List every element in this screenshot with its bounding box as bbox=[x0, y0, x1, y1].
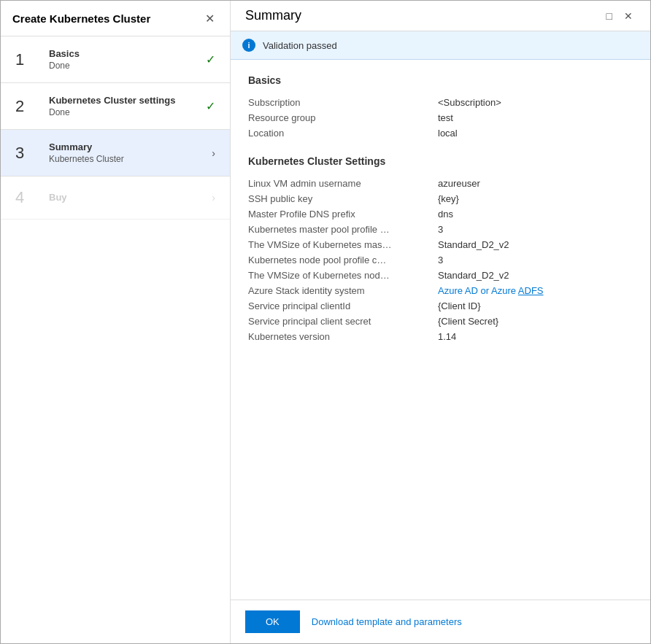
step-item-2[interactable]: 2 Kubernetes Cluster settings Done ✓ bbox=[1, 83, 230, 130]
validation-bar: i Validation passed bbox=[231, 31, 650, 60]
table-row: Kubernetes node pool profile c… 3 bbox=[248, 252, 633, 268]
row-label: Service principal clientId bbox=[248, 300, 438, 311]
info-icon: i bbox=[242, 39, 255, 52]
maximize-button[interactable]: □ bbox=[604, 9, 615, 23]
row-value: test bbox=[438, 112, 453, 123]
step-name-4: Buy bbox=[49, 192, 206, 203]
row-value: 3 bbox=[438, 224, 443, 235]
step-sub-2: Done bbox=[49, 107, 200, 117]
table-row: Location local bbox=[248, 125, 633, 141]
row-value: {Client ID} bbox=[438, 300, 481, 311]
right-header-actions: □ ✕ bbox=[604, 9, 636, 23]
row-value: dns bbox=[438, 209, 453, 220]
row-value: 3 bbox=[438, 255, 443, 265]
table-row: Azure Stack identity system Azure AD or … bbox=[248, 283, 633, 298]
left-header: Create Kubernetes Cluster ✕ bbox=[1, 1, 230, 36]
dialog-wrapper: Create Kubernetes Cluster ✕ 1 Basics Don… bbox=[0, 0, 651, 644]
step-item-3[interactable]: 3 Summary Kubernetes Cluster › bbox=[1, 130, 230, 176]
wizard-title: Create Kubernetes Cluster bbox=[12, 12, 150, 25]
row-value: 1.14 bbox=[438, 331, 456, 342]
table-row: Subscription <Subscription> bbox=[248, 95, 633, 110]
row-label: SSH public key bbox=[248, 193, 438, 204]
row-value: {key} bbox=[438, 193, 459, 204]
row-label: Kubernetes node pool profile c… bbox=[248, 255, 438, 265]
k8s-table: Linux VM admin username azureuser SSH pu… bbox=[248, 176, 633, 344]
row-label: Kubernetes master pool profile … bbox=[248, 224, 438, 235]
step-arrow-3: › bbox=[212, 147, 215, 159]
step-number-3: 3 bbox=[15, 144, 39, 163]
basics-table: Subscription <Subscription> Resource gro… bbox=[248, 95, 633, 141]
section-title-basics: Basics bbox=[248, 74, 633, 86]
step-sub-3: Kubernetes Cluster bbox=[49, 154, 206, 164]
section-title-k8s: Kubernetes Cluster Settings bbox=[248, 155, 633, 167]
wizard-close-button[interactable]: ✕ bbox=[201, 9, 218, 27]
row-label: Master Profile DNS prefix bbox=[248, 209, 438, 220]
left-panel: Create Kubernetes Cluster ✕ 1 Basics Don… bbox=[1, 1, 231, 643]
ok-button[interactable]: OK bbox=[245, 610, 300, 633]
row-label: Kubernetes version bbox=[248, 331, 438, 342]
row-label: Azure Stack identity system bbox=[248, 285, 438, 296]
steps-list: 1 Basics Done ✓ 2 Kubernetes Cluster set… bbox=[1, 36, 230, 643]
table-row: Resource group test bbox=[248, 110, 633, 125]
table-row: Kubernetes master pool profile … 3 bbox=[248, 222, 633, 237]
table-row: Linux VM admin username azureuser bbox=[248, 176, 633, 191]
step-number-2: 2 bbox=[15, 97, 39, 116]
step-number-1: 1 bbox=[15, 50, 39, 69]
row-value: {Client Secret} bbox=[438, 316, 498, 327]
row-label: Location bbox=[248, 128, 438, 139]
row-value-identity: Azure AD or Azure ADFS bbox=[438, 285, 544, 296]
close-panel-button[interactable]: ✕ bbox=[621, 9, 636, 23]
row-value: <Subscription> bbox=[438, 97, 501, 108]
step-name-1: Basics bbox=[49, 48, 200, 59]
table-row: Kubernetes version 1.14 bbox=[248, 329, 633, 344]
step-name-3: Summary bbox=[49, 141, 206, 152]
right-panel-title: Summary bbox=[245, 8, 301, 23]
right-header: Summary □ ✕ bbox=[231, 1, 650, 31]
download-template-link[interactable]: Download template and parameters bbox=[312, 616, 462, 627]
row-label: Resource group bbox=[248, 112, 438, 123]
row-label: Linux VM admin username bbox=[248, 178, 438, 189]
step-item-1[interactable]: 1 Basics Done ✓ bbox=[1, 36, 230, 83]
step-name-2: Kubernetes Cluster settings bbox=[49, 95, 200, 106]
table-row: Service principal client secret {Client … bbox=[248, 314, 633, 329]
row-label: Subscription bbox=[248, 97, 438, 108]
step-sub-1: Done bbox=[49, 61, 200, 71]
step-arrow-4: › bbox=[212, 192, 215, 203]
row-label: The VMSize of Kubernetes mas… bbox=[248, 239, 438, 250]
validation-text: Validation passed bbox=[263, 40, 337, 51]
step-number-4: 4 bbox=[15, 188, 39, 207]
step-item-4: 4 Buy › bbox=[1, 176, 230, 220]
row-value: Standard_D2_v2 bbox=[438, 270, 509, 281]
table-row: The VMSize of Kubernetes nod… Standard_D… bbox=[248, 268, 633, 283]
step-info-1: Basics Done bbox=[49, 48, 200, 71]
step-check-1: ✓ bbox=[206, 53, 215, 66]
table-row: Master Profile DNS prefix dns bbox=[248, 206, 633, 222]
table-row: Service principal clientId {Client ID} bbox=[248, 298, 633, 314]
step-info-2: Kubernetes Cluster settings Done bbox=[49, 95, 200, 117]
row-label: The VMSize of Kubernetes nod… bbox=[248, 270, 438, 281]
row-value: local bbox=[438, 128, 458, 139]
step-check-2: ✓ bbox=[206, 99, 215, 113]
table-row: The VMSize of Kubernetes mas… Standard_D… bbox=[248, 237, 633, 252]
row-value: azureuser bbox=[438, 178, 480, 189]
summary-content: Basics Subscription <Subscription> Resou… bbox=[231, 60, 650, 600]
row-value: Standard_D2_v2 bbox=[438, 239, 509, 250]
step-info-4: Buy bbox=[49, 192, 206, 204]
right-footer: OK Download template and parameters bbox=[231, 600, 650, 643]
table-row: SSH public key {key} bbox=[248, 191, 633, 206]
row-label: Service principal client secret bbox=[248, 316, 438, 327]
step-info-3: Summary Kubernetes Cluster bbox=[49, 141, 206, 164]
right-panel: Summary □ ✕ i Validation passed Basics S… bbox=[231, 1, 650, 643]
